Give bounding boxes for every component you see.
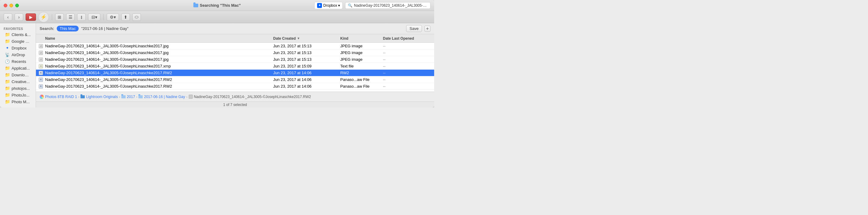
google-drive-icon: 📁 bbox=[5, 39, 10, 44]
rw2-icon: R bbox=[39, 78, 43, 82]
file-name: NadineGay-20170623_140614-_JAL3005-©Jose… bbox=[45, 77, 273, 82]
table-row[interactable]: R NadineGay-20170623_140614-_JAL3005-©Jo… bbox=[36, 76, 434, 83]
file-kind: Text file bbox=[340, 64, 383, 69]
sidebar-item-dropbox[interactable]: ✦ Dropbox bbox=[1, 45, 34, 51]
file-type-icon: R bbox=[38, 84, 43, 89]
search-bar[interactable]: 🔍 NadineGay-20170623_140614-_JAL3005-©Jo bbox=[345, 2, 431, 9]
back-button[interactable]: ‹ bbox=[4, 14, 12, 21]
file-date-created: Jun 23, 2017 at 14:06 bbox=[273, 84, 340, 88]
file-type-icon: X bbox=[38, 64, 43, 69]
table-row[interactable]: R NadineGay-20170623_140614-_JAL3005-©Jo… bbox=[36, 70, 434, 76]
file-list: J NadineGay-20170623_140614-_JAL3005-©Jo… bbox=[36, 43, 434, 91]
window-title: Searching "This Mac" bbox=[193, 3, 241, 8]
lightroom-folder-icon bbox=[81, 95, 85, 98]
column-header-kind[interactable]: Kind bbox=[340, 36, 383, 41]
sidebar-item-photojos[interactable]: 📁 photojos... bbox=[1, 85, 34, 91]
sidebar-item-photo-m[interactable]: 📁 Photo M... bbox=[1, 98, 34, 105]
view-button-red[interactable]: ▶ bbox=[26, 14, 36, 21]
close-button[interactable] bbox=[4, 4, 7, 7]
sidebar: Favorites 📁 Clients &... 📁 Google D... ✦… bbox=[0, 23, 36, 107]
search-scope-label: Search: bbox=[40, 26, 54, 31]
action-button[interactable]: ⚙▾ bbox=[107, 14, 119, 21]
column-header-date-created[interactable]: Date Created ▼ bbox=[273, 36, 340, 41]
sidebar-item-label-photojo2: PhotoJo... bbox=[11, 93, 30, 98]
table-row[interactable]: J NadineGay-20170623_140614-_JAL3005-©Jo… bbox=[36, 50, 434, 56]
column-header-name[interactable]: Name bbox=[38, 36, 273, 41]
sidebar-item-label-airdrop: AirDrop bbox=[11, 53, 25, 57]
table-row[interactable]: R NadineGay-20170623_140614-_JAL3005-©Jo… bbox=[36, 83, 434, 90]
maximize-button[interactable] bbox=[15, 4, 19, 7]
separator-2 bbox=[103, 14, 104, 20]
view-columns-button[interactable]: ⫿ bbox=[77, 14, 86, 21]
file-date-created: Jun 23, 2017 at 15:13 bbox=[273, 57, 340, 62]
photos-icon bbox=[40, 95, 44, 99]
dropbox-button[interactable]: ✦ Dropbox ▾ bbox=[314, 2, 343, 9]
column-header-date-last-opened[interactable]: Date Last Opened bbox=[383, 36, 432, 41]
view-columns-icon: ⫿ bbox=[81, 15, 83, 20]
back-icon: ‹ bbox=[7, 15, 9, 20]
sidebar-item-label-google-drive: Google D... bbox=[11, 39, 31, 44]
nadinegay-folder-icon bbox=[138, 95, 143, 98]
breadcrumb-label-nadinegay-folder: 2017-06-16 | Nadine Gay bbox=[144, 95, 185, 99]
applications-icon: 📁 bbox=[5, 66, 10, 71]
sidebar-item-photojo2[interactable]: 📁 PhotoJo... bbox=[1, 91, 34, 98]
sidebar-item-downloads[interactable]: 📁 Downloads bbox=[1, 72, 34, 78]
toolbar: ‹ › ▶ ⚡ ⊞ ☰ ⫿ ⊟▾ ⚙▾ ⬆ ⬭ bbox=[0, 11, 434, 23]
search-scope-bar: Search: This Mac "2017-06-16 | Nadine Ga… bbox=[36, 23, 434, 34]
file-list-header: Name Date Created ▼ Kind Date Last Opene… bbox=[36, 34, 434, 43]
view-list-button[interactable]: ☰ bbox=[66, 14, 75, 21]
search-icon: 🔍 bbox=[348, 3, 352, 8]
filter-token[interactable]: "2017-06-16 | Nadine Gay" bbox=[81, 26, 128, 31]
sidebar-item-google-drive[interactable]: 📁 Google D... bbox=[1, 38, 34, 45]
save-search-button[interactable]: Save bbox=[406, 25, 422, 32]
file-date-created: Jun 23, 2017 at 15:09 bbox=[273, 64, 340, 69]
breadcrumb-sep-2: › bbox=[119, 95, 120, 99]
search-value: NadineGay-20170623_140614-_JAL3005-©Jo bbox=[354, 3, 428, 8]
table-row[interactable]: X NadineGay-20170623_140614-_JAL3005-©Jo… bbox=[36, 63, 434, 70]
share-button[interactable]: ⬆ bbox=[121, 14, 130, 21]
title-folder-icon bbox=[193, 4, 198, 7]
file-date-last-opened: -- bbox=[383, 50, 432, 55]
view-icons-icon: ⊞ bbox=[58, 15, 61, 20]
view-cover-button[interactable]: ⊟▾ bbox=[88, 14, 100, 21]
add-search-button[interactable]: + bbox=[424, 26, 431, 32]
file-kind: JPEG image bbox=[340, 50, 383, 55]
table-row[interactable]: J NadineGay-20170623_140614-_JAL3005-©Jo… bbox=[36, 56, 434, 63]
sidebar-item-clients[interactable]: 📁 Clients &... bbox=[1, 31, 34, 38]
forward-icon: › bbox=[18, 15, 20, 20]
file-date-last-opened: -- bbox=[383, 64, 432, 69]
view-icons-button[interactable]: ⊞ bbox=[55, 14, 64, 21]
spring-button[interactable]: ⬭ bbox=[132, 14, 141, 21]
airdrop-icon: 📡 bbox=[5, 52, 10, 57]
breadcrumb-nadinegay-folder[interactable]: 2017-06-16 | Nadine Gay bbox=[138, 95, 185, 99]
breadcrumb-bar: Photos 8TB RAID 1 › Lightroom Originals … bbox=[36, 91, 434, 101]
file-kind: JPEG image bbox=[340, 44, 383, 48]
action-icon: ⚙▾ bbox=[110, 15, 116, 20]
sidebar-item-recents[interactable]: 🕐 Recents bbox=[1, 58, 34, 65]
file-icon-bc bbox=[189, 95, 193, 99]
breadcrumb-sep-3: › bbox=[136, 95, 137, 99]
sidebar-item-label-creative: Creative... bbox=[11, 79, 30, 84]
breadcrumb-photos[interactable]: Photos 8TB RAID 1 bbox=[40, 95, 77, 99]
share-icon: ⬆ bbox=[124, 15, 127, 20]
jpeg-icon: J bbox=[39, 51, 43, 55]
photojos-icon: 📁 bbox=[5, 86, 10, 91]
file-date-last-opened: -- bbox=[383, 57, 432, 62]
minimize-button[interactable] bbox=[9, 4, 13, 7]
play-icon: ▶ bbox=[29, 15, 33, 20]
this-mac-token[interactable]: This Mac bbox=[57, 26, 79, 31]
sidebar-item-creative[interactable]: 📁 Creative... bbox=[1, 78, 34, 85]
right-panel: Search: This Mac "2017-06-16 | Nadine Ga… bbox=[36, 23, 434, 107]
sidebar-item-airdrop[interactable]: 📡 AirDrop bbox=[1, 51, 34, 58]
action-round-button[interactable]: ⚡ bbox=[38, 12, 49, 22]
xmp-icon: X bbox=[39, 64, 43, 69]
traffic-lights bbox=[4, 4, 19, 7]
file-date-last-opened: -- bbox=[383, 71, 432, 75]
breadcrumb-2017[interactable]: 2017 bbox=[121, 95, 135, 99]
table-row[interactable]: J NadineGay-20170623_140614-_JAL3005-©Jo… bbox=[36, 43, 434, 50]
file-type-icon: J bbox=[38, 44, 43, 49]
forward-button[interactable]: › bbox=[14, 14, 23, 21]
sidebar-item-applications[interactable]: 📁 Applicati... bbox=[1, 65, 34, 72]
breadcrumb-lightroom[interactable]: Lightroom Originals bbox=[81, 95, 118, 99]
sidebar-item-label-dropbox: Dropbox bbox=[11, 46, 27, 50]
